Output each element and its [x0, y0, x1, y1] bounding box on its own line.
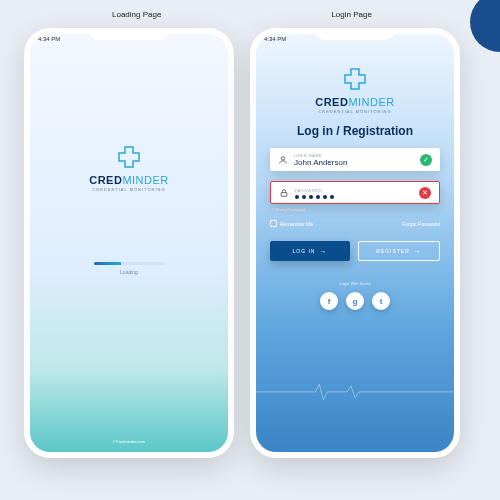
status-time: 4:34 PM	[38, 36, 60, 42]
login-page-label: Login Page	[331, 10, 371, 19]
checkmark-icon: ✓	[420, 154, 432, 166]
svg-point-0	[281, 157, 284, 160]
google-icon: g	[353, 297, 358, 306]
facebook-icon: f	[328, 297, 331, 306]
heartbeat-line-icon	[256, 382, 454, 402]
loading-progress	[94, 262, 164, 265]
google-login-button[interactable]: g	[346, 292, 364, 310]
page-title: Log in / Registration	[297, 124, 413, 138]
error-message: * Wrong Password	[272, 207, 305, 212]
arrow-right-icon: →	[414, 248, 422, 255]
username-field[interactable]: USER NAME John Anderson ✓	[270, 148, 440, 171]
twitter-icon: t	[380, 297, 383, 306]
page-labels: Loading Page Login Page	[0, 10, 500, 19]
register-button[interactable]: REGISTER→	[358, 241, 440, 261]
username-value: John Anderson	[294, 158, 414, 167]
phone-frame-loading: 4:34 PM CREDMINDER CREDENTIAL MONITORING…	[24, 28, 234, 458]
forgot-password-link[interactable]: Forgot Password	[402, 221, 440, 227]
phone-notch	[315, 28, 395, 40]
medical-cross-icon	[116, 144, 142, 170]
facebook-login-button[interactable]: f	[320, 292, 338, 310]
loading-label: Loading	[120, 269, 138, 275]
brand-logo: CREDMINDER CREDENTIAL MONITORING	[89, 144, 169, 192]
password-value	[295, 195, 413, 199]
status-time: 4:34 PM	[264, 36, 286, 42]
checkbox-icon	[270, 220, 277, 227]
phone-notch	[89, 28, 169, 40]
password-label: PASSWORD	[295, 188, 413, 193]
user-icon	[278, 155, 288, 165]
social-login-label: Login With Social	[340, 281, 371, 286]
loading-page-label: Loading Page	[112, 10, 161, 19]
lock-icon	[279, 188, 289, 198]
password-field[interactable]: PASSWORD ✕	[270, 181, 440, 204]
phone-frame-login: 4:34 PM CREDMINDER CREDENTIAL MONITORING…	[250, 28, 460, 458]
arrow-right-icon: →	[319, 248, 327, 255]
brand-logo: CREDMINDER CREDENTIAL MONITORING	[315, 66, 395, 114]
remember-me-checkbox[interactable]: Remember Me	[270, 220, 313, 227]
twitter-login-button[interactable]: t	[372, 292, 390, 310]
medical-cross-icon	[342, 66, 368, 92]
login-button[interactable]: LOG IN→	[270, 241, 350, 261]
footer-copyright: ©Credminder.com	[30, 439, 228, 444]
svg-rect-1	[281, 193, 287, 197]
error-icon: ✕	[419, 187, 431, 199]
